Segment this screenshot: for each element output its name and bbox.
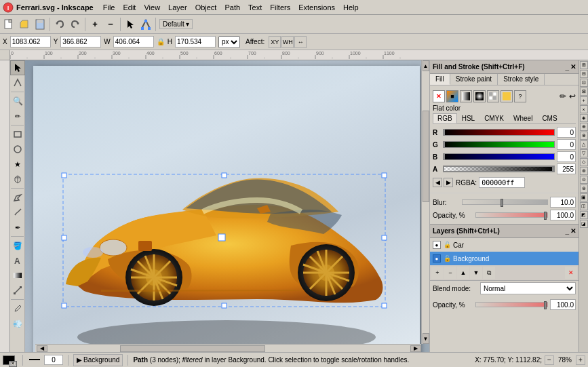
layer-delete-btn[interactable]: ✕ <box>565 267 577 279</box>
scroll-track-h[interactable] <box>47 345 410 352</box>
snap-btn-13[interactable]: ⊛ <box>580 167 588 175</box>
snap-btn-2[interactable]: ⊟ <box>580 70 588 78</box>
scroll-thumb-v[interactable] <box>423 111 429 202</box>
lock-proportions-icon[interactable]: 🔒 <box>157 38 165 45</box>
zoom-out-btn[interactable]: − <box>103 17 118 32</box>
snap-btn-1[interactable]: ⊞ <box>580 61 588 69</box>
r-value[interactable] <box>557 127 576 138</box>
affect-xy-btn[interactable]: XY <box>269 36 281 48</box>
zoom-in-btn[interactable]: + <box>87 17 102 32</box>
snap-btn-7[interactable]: ◈ <box>580 114 588 122</box>
layer-car-eye[interactable]: ● <box>433 241 441 249</box>
snap-btn-9[interactable]: ⊗ <box>580 132 588 140</box>
layer-bg-eye[interactable]: ● <box>433 254 441 263</box>
opacity-thumb[interactable] <box>544 212 547 220</box>
tool-pen[interactable] <box>10 190 25 205</box>
g-value[interactable] <box>557 139 576 150</box>
tool-pencil[interactable] <box>10 205 25 220</box>
apply-btn[interactable]: ↩ <box>569 92 576 101</box>
snap-btn-10[interactable]: △ <box>580 140 588 149</box>
menu-file[interactable]: File <box>99 2 119 13</box>
a-value[interactable] <box>557 163 576 174</box>
unit-select[interactable]: px <box>218 36 240 48</box>
menu-edit[interactable]: Edit <box>119 2 140 13</box>
stroke-box[interactable]: ✕ <box>9 361 17 367</box>
coord-x-input[interactable] <box>10 36 51 47</box>
a-track[interactable] <box>443 166 555 172</box>
tool-measure[interactable]: ✏ <box>10 109 25 123</box>
affect-all-btn[interactable]: ↔ <box>294 36 307 48</box>
b-value[interactable] <box>557 151 576 162</box>
g-track[interactable] <box>443 141 555 148</box>
snap-btn-8[interactable]: ⊕ <box>580 123 588 131</box>
menu-path[interactable]: Path <box>220 2 244 13</box>
snap-btn-18[interactable]: ◩ <box>580 211 588 219</box>
unknown-btn[interactable]: ? <box>514 90 526 102</box>
undo-btn[interactable] <box>52 17 67 32</box>
layer-down-btn[interactable]: ▼ <box>470 267 482 279</box>
coord-h-input[interactable] <box>175 36 216 47</box>
color-tab-cmyk[interactable]: CMYK <box>479 113 509 123</box>
prev-color-btn[interactable]: ◀ <box>433 178 442 187</box>
tab-fill[interactable]: Fill <box>430 74 450 85</box>
tool-calligraphy[interactable]: ✒ <box>10 220 25 235</box>
scrollbar-v[interactable]: ▲ ▼ <box>421 60 429 344</box>
tool-3d-box[interactable] <box>10 172 25 187</box>
blur-thumb[interactable] <box>501 199 503 207</box>
linear-grad-btn[interactable] <box>460 90 472 102</box>
snap-btn-5[interactable]: + <box>580 96 588 104</box>
zoom-out-status-btn[interactable]: − <box>545 355 554 365</box>
snap-btn-19[interactable]: ◪ <box>580 220 588 228</box>
open-btn[interactable] <box>17 17 32 32</box>
select-btn[interactable] <box>123 17 138 32</box>
layer-bg-lock[interactable]: 🔓 <box>443 254 451 263</box>
affect-wh-btn[interactable]: WH <box>281 36 294 48</box>
layer-dup-btn[interactable]: ⧉ <box>483 267 495 279</box>
menu-help[interactable]: Help <box>339 2 363 13</box>
layer-opacity-thumb[interactable] <box>544 301 547 309</box>
swatch-btn[interactable] <box>501 90 513 102</box>
tool-paint-bucket[interactable]: 🪣 <box>10 238 25 253</box>
color-tab-hsl[interactable]: HSL <box>457 113 479 123</box>
blur-value[interactable] <box>550 197 576 208</box>
coord-y-input[interactable] <box>60 36 101 47</box>
tool-spray[interactable]: 💨 <box>10 316 25 331</box>
menu-filters[interactable]: Filters <box>266 2 294 13</box>
layer-row-car[interactable]: ● 🔓 Car <box>430 238 579 252</box>
layers-minimize-btn[interactable]: _ <box>565 227 569 235</box>
layer-indicator[interactable]: ▶ Background <box>73 354 123 366</box>
next-color-btn[interactable]: ▶ <box>444 178 453 187</box>
tab-stroke-style[interactable]: Stroke style <box>498 74 545 85</box>
zoom-in-status-btn[interactable]: + <box>576 355 585 365</box>
snap-btn-11[interactable]: ▽ <box>580 149 588 157</box>
coord-w-input[interactable] <box>113 36 154 47</box>
tool-gradient[interactable] <box>10 268 25 283</box>
snap-btn-12[interactable]: ◇ <box>580 158 588 166</box>
color-tab-cms[interactable]: CMS <box>537 113 562 123</box>
opacity-value[interactable] <box>550 210 576 220</box>
tool-circle[interactable] <box>10 142 25 157</box>
tool-star[interactable]: ★ <box>10 157 25 172</box>
panel-close-btn[interactable]: ✕ <box>570 63 576 71</box>
layer-opacity-value[interactable] <box>550 299 576 310</box>
tool-dropper[interactable] <box>10 301 25 316</box>
opacity-slider[interactable] <box>475 212 548 218</box>
blur-slider[interactable] <box>462 199 548 205</box>
menu-object[interactable]: Object <box>191 2 221 13</box>
pattern-btn[interactable] <box>487 90 499 102</box>
snap-btn-14[interactable]: ⊙ <box>580 176 588 184</box>
save-btn[interactable] <box>33 17 47 32</box>
panel-minimize-btn[interactable]: _ <box>565 63 569 71</box>
snap-btn-4[interactable]: ⊠ <box>580 88 588 96</box>
layer-remove-btn[interactable]: − <box>444 267 456 279</box>
menu-layer[interactable]: Layer <box>164 2 191 13</box>
edit-gradient-btn[interactable]: ✏ <box>560 92 566 101</box>
tool-zoom[interactable]: 🔍 <box>10 94 25 109</box>
snap-btn-3[interactable]: ⊡ <box>580 79 588 87</box>
radial-grad-btn[interactable] <box>473 90 486 102</box>
layer-opacity-slider[interactable] <box>475 302 548 307</box>
snap-btn-16[interactable]: ▣ <box>580 193 588 201</box>
tool-select[interactable] <box>10 60 25 75</box>
scroll-thumb-h[interactable] <box>120 345 265 352</box>
snap-btn-6[interactable]: × <box>580 105 588 113</box>
